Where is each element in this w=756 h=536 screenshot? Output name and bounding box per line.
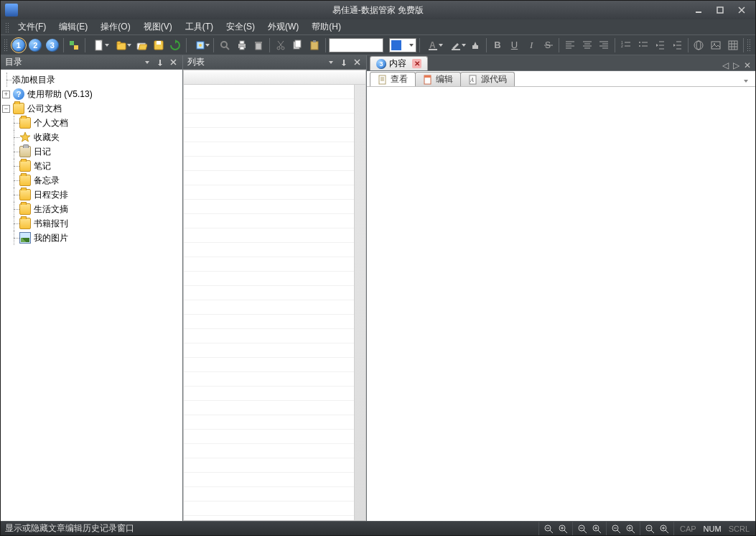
workspace-1-button[interactable]: 1 (11, 37, 27, 53)
paste-button[interactable] (307, 37, 322, 53)
tree-pictures[interactable]: 我的图片 (34, 232, 68, 244)
menu-security[interactable]: 安全(S) (220, 19, 261, 34)
tree-favorites[interactable]: 收藏夹 (34, 131, 60, 144)
pane-close-icon[interactable] (168, 57, 178, 68)
tab-close-icon[interactable]: ✕ (412, 59, 421, 68)
collapse-icon[interactable]: − (2, 105, 10, 113)
underline-button[interactable]: U (507, 37, 523, 53)
outdent-button[interactable] (652, 37, 668, 53)
font-family-select[interactable] (329, 38, 384, 52)
new-document-button[interactable] (88, 37, 109, 53)
close-button[interactable] (732, 4, 751, 16)
indent-button[interactable] (669, 37, 685, 53)
pane-dropdown-icon[interactable] (142, 57, 152, 68)
bold-button[interactable]: B (490, 37, 505, 53)
sub-tab-options-icon[interactable] (741, 76, 751, 86)
insert-link-button[interactable] (691, 37, 707, 53)
zoom-out-button-3[interactable] (610, 523, 622, 535)
list-pane-title: 列表 (187, 56, 205, 68)
tree-books[interactable]: 书籍报刊 (34, 218, 68, 230)
tree-company-docs[interactable]: 公司文档 (27, 103, 62, 115)
save-button[interactable] (151, 37, 167, 53)
delete-button[interactable] (251, 37, 266, 53)
tree-help-node[interactable]: 使用帮助 (V5.13) (27, 88, 93, 101)
zoom-in-button-3[interactable] (624, 523, 637, 535)
find-button[interactable] (217, 37, 233, 53)
expand-icon[interactable]: + (2, 91, 10, 98)
zoom-out-button-4[interactable] (643, 523, 656, 535)
zoom-in-button-4[interactable] (658, 523, 671, 535)
list-pane: 列表 (183, 55, 367, 521)
align-center-button[interactable] (579, 37, 595, 53)
list-view[interactable] (183, 70, 366, 521)
align-right-button[interactable] (597, 37, 612, 53)
content-view[interactable] (367, 87, 755, 521)
tab-next-icon[interactable]: ▷ (733, 60, 739, 70)
italic-button[interactable]: I (523, 37, 539, 53)
menu-file[interactable]: 文件(F) (12, 19, 52, 34)
folder-icon (19, 175, 31, 186)
maximize-button[interactable] (711, 4, 729, 16)
workspace-2-button[interactable]: 2 (27, 37, 43, 53)
tree-memo[interactable]: 备忘录 (34, 175, 60, 187)
tree-line-icon (9, 130, 19, 144)
menu-action[interactable]: 操作(O) (95, 19, 136, 34)
zoom-in-button[interactable] (556, 523, 569, 535)
clear-format-button[interactable] (468, 37, 484, 53)
pane-dropdown-icon[interactable] (326, 57, 336, 68)
tree-personal[interactable]: 个人文档 (34, 117, 68, 129)
tab-close-all-icon[interactable]: ✕ (744, 60, 751, 70)
menu-help[interactable]: 帮助(H) (306, 19, 347, 34)
list-body[interactable] (184, 85, 365, 520)
sub-tab-view[interactable]: 查看 (370, 72, 416, 86)
strikethrough-button[interactable]: S (541, 37, 556, 53)
list-column-header[interactable] (184, 70, 365, 85)
highlight-button[interactable] (445, 37, 466, 53)
pane-pin-icon[interactable] (339, 57, 349, 68)
pane-close-icon[interactable] (352, 57, 362, 68)
menu-view[interactable]: 视图(V) (138, 19, 178, 34)
attachment-button[interactable] (190, 37, 210, 53)
svg-rect-4 (70, 41, 74, 45)
workspace: 目录 添加根目录 +?使用帮助 (V5.13) −公司文档 个人文档 收藏夹 日… (1, 55, 755, 521)
title-bar[interactable]: 易佳通-数据管家 免费版 (1, 1, 755, 19)
tree-line-icon (9, 116, 19, 130)
document-tab[interactable]: 3 内容 ✕ (370, 56, 428, 70)
insert-table-button[interactable] (725, 37, 741, 53)
insert-image-button[interactable] (708, 37, 724, 53)
cut-button[interactable] (273, 37, 289, 53)
source-icon: A (468, 75, 478, 85)
unordered-list-button[interactable] (635, 37, 651, 53)
ordered-list-button[interactable]: 12 (618, 37, 634, 53)
separator-icon (615, 38, 615, 52)
font-size-select[interactable] (389, 38, 416, 52)
font-color-button[interactable]: A (423, 37, 444, 53)
workspace-3-button[interactable]: 3 (45, 37, 60, 53)
copy-button[interactable] (290, 37, 306, 53)
tree-diary[interactable]: 日记 (34, 146, 51, 158)
zoom-out-button[interactable] (542, 523, 555, 535)
sub-tab-edit[interactable]: 编辑 (415, 72, 461, 86)
tree-digest[interactable]: 生活文摘 (34, 203, 68, 216)
sub-tab-source[interactable]: A 源代码 (460, 72, 515, 86)
print-button[interactable] (234, 37, 250, 53)
tree-notes[interactable]: 笔记 (34, 160, 51, 172)
svg-text:A: A (429, 40, 436, 50)
menu-tools[interactable]: 工具(T) (179, 19, 219, 34)
tree-add-root[interactable]: 添加根目录 (12, 74, 55, 86)
tab-prev-icon[interactable]: ◁ (722, 60, 729, 70)
menu-edit[interactable]: 编辑(E) (53, 19, 93, 34)
separator-icon (419, 38, 420, 52)
open-button[interactable] (134, 37, 149, 53)
sync-button[interactable] (67, 37, 83, 53)
tree-schedule[interactable]: 日程安排 (34, 189, 68, 201)
pane-pin-icon[interactable] (155, 57, 165, 68)
directory-tree[interactable]: 添加根目录 +?使用帮助 (V5.13) −公司文档 个人文档 收藏夹 日记 笔… (1, 70, 182, 521)
align-left-button[interactable] (562, 37, 578, 53)
minimize-button[interactable] (689, 4, 708, 16)
new-folder-button[interactable] (111, 37, 132, 53)
refresh-button[interactable] (167, 37, 183, 53)
zoom-in-button-2[interactable] (590, 523, 603, 535)
zoom-out-button-2[interactable] (576, 523, 589, 535)
menu-appearance[interactable]: 外观(W) (262, 19, 304, 34)
